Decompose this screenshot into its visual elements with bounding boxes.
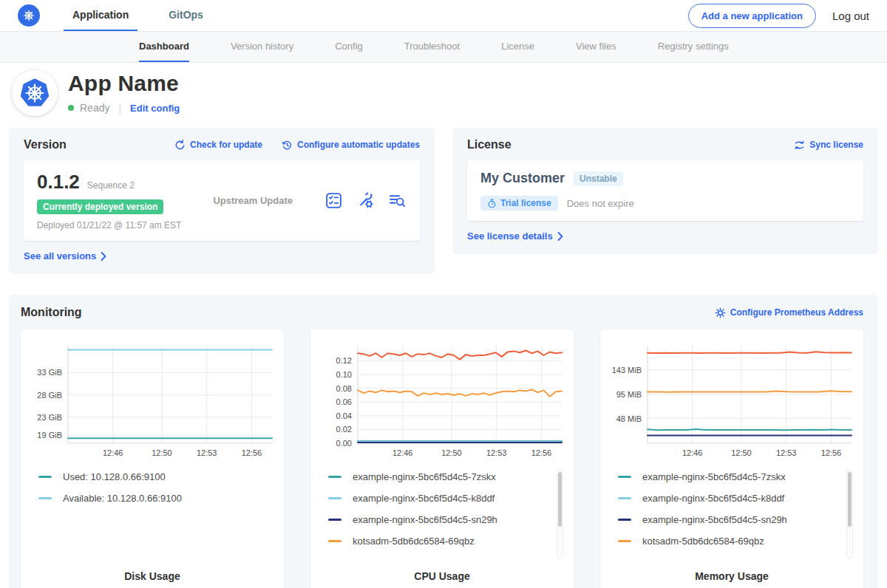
memory-usage-legend: example-nginx-5bc6f5d4c5-7zskxexample-ng… [618, 470, 856, 563]
version-card: Version Check for update Configure au [9, 128, 435, 274]
legend-label: Used: 10.128.0.66:9100 [63, 471, 166, 482]
configure-automatic-updates-link[interactable]: Configure automatic updates [282, 140, 420, 151]
legend-swatch-icon [328, 519, 341, 521]
legend-scrollbar[interactable] [557, 470, 563, 558]
legend-item: Used: 10.128.0.66:9100 [38, 470, 257, 484]
legend-item: example-nginx-5bc6f5d4c5-sn29h [618, 513, 837, 527]
disk-usage-card: 33 GiB28 GiB23 GiB19 GiB12:4612:5012:531… [21, 329, 284, 588]
configure-prometheus-link[interactable]: Configure Prometheus Address [715, 307, 863, 318]
svg-text:12:46: 12:46 [682, 448, 703, 457]
license-summary-row: My Customer Unstable Trial license Does … [467, 160, 863, 221]
channel-badge: Unstable [574, 171, 623, 186]
edit-config-link[interactable]: Edit config [130, 103, 180, 114]
svg-text:12:53: 12:53 [197, 448, 217, 457]
svg-text:12:46: 12:46 [103, 448, 123, 457]
summary-cards-row: Version Check for update Configure au [9, 128, 878, 274]
svg-text:12:50: 12:50 [441, 448, 462, 457]
stopwatch-icon [487, 199, 497, 208]
chevron-right-icon [101, 252, 106, 261]
legend-item: kotsadm-5db6dc6584-69qbz [328, 534, 547, 548]
topnav-tabs: ApplicationGitOps [64, 0, 212, 31]
svg-text:23 GiB: 23 GiB [37, 413, 62, 422]
svg-text:48 MiB: 48 MiB [616, 414, 642, 423]
legend-swatch-icon [618, 540, 631, 542]
top-navigation: ApplicationGitOps Add a new application … [0, 0, 887, 32]
legend-swatch-icon [328, 540, 341, 542]
check-for-update-link[interactable]: Check for update [174, 140, 262, 151]
legend-swatch-icon [618, 497, 631, 499]
version-source-label: Upstream Update [181, 195, 324, 206]
subnav-item-license[interactable]: License [501, 32, 534, 62]
chart-title: Disk Usage [28, 563, 276, 588]
monitoring-section: Monitoring Configure Prometheus Address … [9, 295, 878, 588]
gear-icon [715, 307, 726, 318]
svg-text:95 MiB: 95 MiB [616, 390, 642, 399]
svg-text:12:56: 12:56 [531, 448, 552, 457]
currently-deployed-badge: Currently deployed version [37, 199, 163, 214]
legend-label: example-nginx-5bc6f5d4c5-7zskx [353, 471, 496, 482]
refresh-icon [174, 140, 186, 151]
file-search-icon[interactable] [388, 191, 407, 210]
legend-label: kotsadm-5db6dc6584-69qbz [353, 536, 475, 547]
see-license-details-link[interactable]: See license details [467, 230, 563, 242]
legend-label: example-nginx-5bc6f5d4c5-7zskx [642, 471, 786, 482]
logout-link[interactable]: Log out [832, 10, 869, 22]
legend-swatch-icon [38, 497, 52, 499]
trial-license-badge: Trial license [480, 196, 558, 211]
legend-label: Available: 10.128.0.66:9100 [63, 493, 182, 504]
legend-item: example-nginx-5bc6f5d4c5-7zskx [328, 470, 547, 484]
legend-label: kotsadm-5db6dc6584-69qbz [642, 536, 764, 547]
legend-label: example-nginx-5bc6f5d4c5-k8ddf [642, 493, 784, 504]
memory-usage-chart: 143 MiB95 MiB48 MiB12:4612:5012:5312:56 [608, 338, 856, 462]
svg-text:19 GiB: 19 GiB [37, 431, 62, 440]
app-header: App Name Ready | Edit config [0, 63, 887, 125]
license-expiry-text: Does not expire [567, 198, 634, 209]
license-card: License Sync license My Customer Unstabl… [452, 128, 878, 254]
svg-text:33 GiB: 33 GiB [37, 368, 62, 377]
disk-usage-chart: 33 GiB28 GiB23 GiB19 GiB12:4612:5012:531… [28, 338, 276, 462]
cpu-usage-card: 0.120.100.080.060.040.020.0012:4612:5012… [310, 329, 574, 588]
status-badge: Ready [80, 102, 109, 114]
legend-scrollbar[interactable] [846, 470, 853, 558]
svg-text:0.12: 0.12 [336, 356, 352, 365]
subnav-item-version-history[interactable]: Version history [231, 32, 293, 62]
version-card-title: Version [24, 138, 67, 151]
topnav-tab-gitops[interactable]: GitOps [160, 0, 212, 31]
svg-text:12:56: 12:56 [821, 448, 842, 457]
subnav-item-config[interactable]: Config [335, 32, 363, 62]
sequence-label: Sequence 2 [87, 180, 135, 191]
page-title: App Name [68, 71, 180, 96]
legend-swatch-icon [618, 476, 631, 478]
svg-text:12:46: 12:46 [392, 448, 413, 457]
svg-text:0.06: 0.06 [336, 397, 352, 406]
legend-item: kotsadm-5db6dc6584-69qbz [618, 534, 837, 548]
legend-item: example-nginx-5bc6f5d4c5-sn29h [328, 513, 547, 527]
add-application-button[interactable]: Add a new application [688, 4, 816, 28]
subnav-item-view-files[interactable]: View files [576, 32, 616, 62]
svg-text:12:56: 12:56 [242, 448, 262, 457]
scrollbar-thumb[interactable] [558, 472, 562, 527]
svg-text:0.04: 0.04 [336, 411, 352, 420]
svg-text:12:50: 12:50 [731, 448, 752, 457]
subnav-item-troubleshoot[interactable]: Troubleshoot [404, 32, 460, 62]
topnav-actions: Add a new application Log out [688, 0, 869, 31]
legend-label: example-nginx-5bc6f5d4c5-sn29h [353, 514, 497, 525]
config-wrench-icon[interactable] [356, 191, 375, 210]
subnav-item-dashboard[interactable]: Dashboard [139, 32, 189, 62]
divider: | [115, 102, 124, 114]
svg-text:12:50: 12:50 [152, 448, 172, 457]
legend-item: example-nginx-5bc6f5d4c5-7zskx [618, 470, 837, 484]
clock-arrow-icon [282, 140, 293, 151]
scrollbar-thumb[interactable] [848, 472, 852, 527]
topnav-tab-application[interactable]: Application [64, 0, 137, 31]
legend-swatch-icon [328, 497, 341, 499]
app-sub-navigation: DashboardVersion historyConfigTroublesho… [0, 32, 887, 63]
sync-license-link[interactable]: Sync license [794, 140, 863, 150]
disk-usage-legend: Used: 10.128.0.66:9100Available: 10.128.… [38, 470, 276, 563]
svg-text:0.00: 0.00 [336, 439, 352, 448]
status-dot [68, 105, 74, 111]
subnav-item-registry-settings[interactable]: Registry settings [658, 32, 729, 62]
cpu-usage-chart: 0.120.100.080.060.040.020.0012:4612:5012… [318, 338, 566, 462]
preflight-checks-icon[interactable] [324, 191, 343, 210]
see-all-versions-link[interactable]: See all versions [24, 250, 106, 261]
